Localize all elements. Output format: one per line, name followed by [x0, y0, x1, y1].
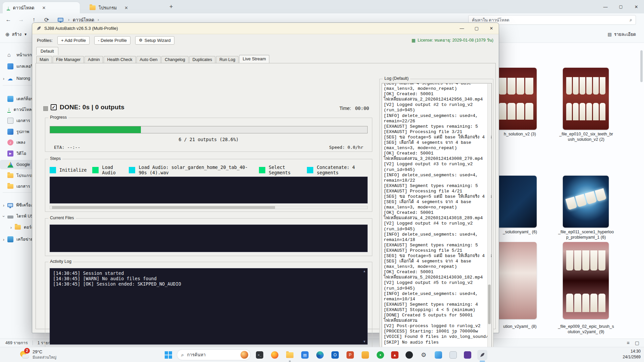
files-icon[interactable]: [360, 350, 370, 360]
terminal-icon[interactable]: >_: [255, 350, 265, 360]
firefox-icon[interactable]: [270, 350, 280, 360]
sidebar-item-documents[interactable]: เอกสาร: [0, 116, 34, 125]
sidebar-item-gallery[interactable]: แกลเลอรี: [0, 62, 34, 71]
explorer-tab-programs[interactable]: โปรแกรม ✕: [86, 2, 160, 13]
steps-list-box[interactable]: [50, 177, 368, 203]
outlook-icon[interactable]: O: [330, 350, 340, 360]
sidebar-separator: [3, 192, 32, 193]
desktop-location-icon: [58, 18, 63, 22]
tab-health-check[interactable]: Health Check: [104, 56, 136, 63]
scroll-up-icon[interactable]: ▲: [363, 269, 366, 273]
scrollbar-thumb[interactable]: [52, 206, 275, 209]
current-files-group: Current Files: [45, 218, 372, 256]
file-caption[interactable]: _file_ep011_scene1_hyperloop_problemyaml…: [558, 229, 614, 240]
acrobat-icon[interactable]: ▲: [390, 350, 400, 360]
back-icon[interactable]: ←: [2, 16, 15, 23]
autobatch-taskbar-icon[interactable]: [477, 350, 487, 360]
file-thumbnail[interactable]: [563, 242, 609, 319]
sidebar-item-network[interactable]: › เครือข่าย: [0, 235, 34, 244]
tab-live-stream[interactable]: Live Stream: [239, 55, 269, 63]
file-caption[interactable]: h_solution_v2 (3): [498, 131, 542, 137]
minimize-icon[interactable]: —: [454, 23, 469, 34]
file-caption[interactable]: ution_v2yaml_ (8): [498, 324, 542, 329]
maximize-window-icon[interactable]: ▢: [613, 0, 629, 13]
line-icon[interactable]: ●: [375, 350, 385, 360]
log-scrollbar[interactable]: [487, 84, 491, 348]
folder-icon: [90, 5, 96, 10]
weather-widget[interactable]: 2 29°C มีแดดส่วนใหญ่: [19, 349, 56, 360]
sidebar-item-onedrive[interactable]: › ☁ Narong: [0, 74, 34, 83]
close-tab-icon[interactable]: ✕: [42, 5, 46, 10]
tab-duplicates[interactable]: Duplicates: [189, 56, 215, 63]
list-view-icon[interactable]: ≡: [627, 340, 630, 346]
taskbar-search[interactable]: ⌕ การค้นหา: [177, 349, 251, 360]
tab-auto-gen[interactable]: Auto Gen: [137, 56, 161, 63]
file-caption[interactable]: _file_ep009_02_epic_brush_solution_v2yam…: [558, 324, 614, 335]
license-status: ▦ License: หมดอายุ: 2029-01-08 (1079 วัน…: [412, 37, 493, 44]
explorer-tab-downloads[interactable]: ↓ ดาวน์โหลด ✕: [3, 2, 80, 13]
sidebar-item-programs[interactable]: โปรแกรม: [0, 171, 34, 180]
tab-run-log[interactable]: Run Log: [216, 56, 238, 63]
file-caption[interactable]: _file_ep010_02_six_teeth_brush_solution_…: [558, 131, 614, 142]
thumbnail-view-icon[interactable]: ▢: [635, 340, 639, 346]
sidebar-item-pictures[interactable]: รูปภาพ: [0, 127, 34, 136]
tab-file-manager[interactable]: File Manager: [53, 56, 84, 63]
chevron-right-icon: ›: [68, 17, 69, 22]
calculator-icon[interactable]: [448, 350, 458, 360]
add-profile-button[interactable]: + Add Profile: [57, 36, 90, 45]
file-thumbnail[interactable]: [563, 176, 609, 228]
start-button[interactable]: [163, 350, 173, 360]
profile-tab-default[interactable]: Default: [36, 47, 58, 55]
settings-icon[interactable]: ⚙: [419, 350, 429, 360]
sidebar-item-this-pc[interactable]: › พีซีเครื่อง: [0, 200, 34, 210]
photos-icon[interactable]: [433, 350, 443, 360]
scroll-down-icon[interactable]: ▼: [363, 340, 366, 343]
activity-log-box[interactable]: [14:30:45] Session started [14:30:45] [W…: [50, 268, 368, 345]
explorer-tab-label: ดาวน์โหลด: [13, 4, 35, 11]
edge-icon[interactable]: [315, 350, 325, 360]
delete-profile-button[interactable]: - Delete Profile: [94, 36, 130, 45]
explorer-scrollbar[interactable]: [640, 50, 643, 82]
tab-main[interactable]: Main: [36, 56, 52, 63]
new-tab-button[interactable]: +: [169, 3, 173, 10]
sidebar-item-videos[interactable]: ▶ วิดีโอ: [0, 149, 34, 158]
file-explorer-icon[interactable]: [285, 350, 295, 360]
details-view-button[interactable]: ▤ รายละเอียด: [608, 31, 636, 38]
new-item-button[interactable]: ⊕ สร้าง ▼: [5, 31, 27, 38]
close-tab-icon[interactable]: ✕: [124, 5, 128, 10]
setup-wizard-button[interactable]: ⚙ Setup Wizard: [135, 36, 174, 45]
tab-changelog[interactable]: Changelog: [161, 56, 188, 63]
log-output-box[interactable]: [SEG] เลือกได้ 4 segments จาก 4 base (ma…: [382, 83, 492, 349]
taskbar-clock[interactable]: 14:30 24/1/2569: [623, 349, 641, 360]
current-files-title: Current Files: [48, 216, 76, 220]
maximize-icon[interactable]: ▢: [469, 23, 484, 34]
quill-icon: [480, 352, 485, 358]
sidebar-item-usb-drive[interactable]: › ไดรฟ์ US: [0, 212, 34, 221]
window-title-bar[interactable]: SJ88 AutoBatch v26.5.3 (Multi-Profile) —…: [32, 23, 499, 34]
sidebar-item-home[interactable]: ⌂ หน้าแรก: [0, 50, 34, 60]
powerpoint-icon[interactable]: P: [345, 350, 355, 360]
close-window-icon[interactable]: ✕: [629, 0, 644, 13]
sidebar-item-google-drive[interactable]: Google: [0, 160, 34, 169]
steps-horizontal-scrollbar[interactable]: [50, 206, 368, 209]
sidebar-item-music[interactable]: ♪ เพลง: [0, 138, 34, 147]
file-thumbnail[interactable]: [563, 68, 609, 130]
details-pane-icon: ▤: [608, 32, 612, 37]
forward-icon[interactable]: →: [15, 16, 28, 23]
file-caption[interactable]: _solutionyaml_ (6): [498, 229, 542, 235]
autobatch-window: SJ88 AutoBatch v26.5.3 (Multi-Profile) —…: [32, 22, 499, 333]
sidebar-item-subfolder[interactable]: › ดอร์สติ๊: [0, 223, 34, 232]
sidebar-item-downloads[interactable]: ↓ ดาวน์โหลด: [0, 105, 34, 114]
scrollbar-thumb[interactable]: [488, 285, 491, 324]
chevron-down-icon: ▼: [24, 33, 27, 36]
minimize-window-icon[interactable]: —: [598, 0, 613, 13]
sidebar-item-desktop[interactable]: เดสก์ท็อป: [0, 94, 34, 104]
vscode-icon[interactable]: [463, 350, 473, 360]
current-files-box[interactable]: [50, 225, 368, 252]
close-icon[interactable]: ✕: [484, 23, 499, 34]
github-icon[interactable]: [404, 350, 414, 360]
tab-admin[interactable]: Admin: [85, 56, 103, 63]
sidebar-item-documents-folder[interactable]: เอกสาร: [0, 182, 34, 191]
store-icon[interactable]: ▤: [300, 350, 310, 360]
up-icon[interactable]: ↑: [28, 16, 40, 23]
